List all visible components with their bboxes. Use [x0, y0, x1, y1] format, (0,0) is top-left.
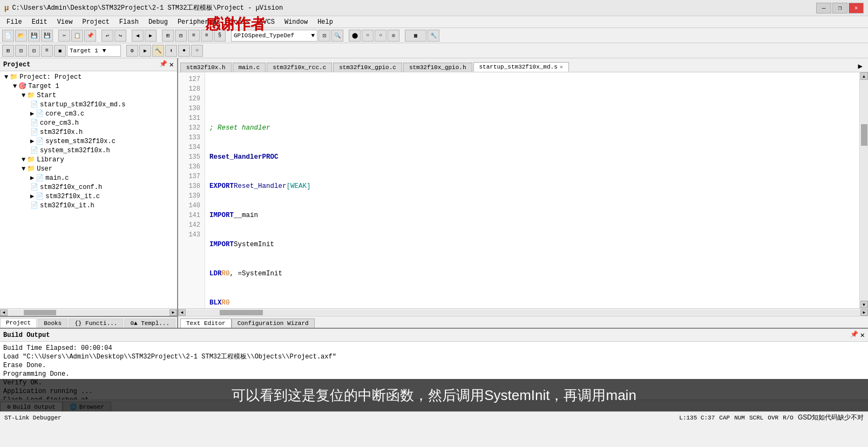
undo-button[interactable]: ↩: [101, 30, 113, 42]
minimize-button[interactable]: —: [816, 3, 831, 13]
tree-item-library[interactable]: ▼ 📁 Library: [0, 155, 177, 164]
tb-btn-13[interactable]: 🔧: [428, 30, 439, 42]
build-button[interactable]: 🔨: [152, 45, 164, 57]
tab-project[interactable]: Project: [0, 318, 37, 328]
tb2-btn-6[interactable]: ⚙: [126, 45, 138, 57]
build-pin-icon[interactable]: 📌: [850, 330, 858, 340]
nav-back-button[interactable]: ◀: [132, 30, 144, 42]
build-close-icon[interactable]: ✕: [860, 330, 865, 340]
tab-templates[interactable]: 0▲ Templ...: [124, 319, 175, 328]
menu-flash[interactable]: Flash: [115, 17, 143, 27]
maximize-button[interactable]: ❐: [832, 3, 847, 13]
save-button[interactable]: 💾: [28, 30, 40, 42]
menu-svcs[interactable]: SVCS: [255, 17, 279, 27]
code-hscrollbar[interactable]: ◀ ▶: [178, 308, 868, 316]
tree-item-startup[interactable]: 📄 startup_stm32f10x_md.s: [0, 100, 177, 109]
tb2-btn-8[interactable]: ●: [178, 45, 190, 57]
hscroll-thumb[interactable]: [24, 310, 56, 315]
tb2-btn-1[interactable]: ⊞: [2, 45, 14, 57]
tab-text-editor[interactable]: Text Editor: [180, 319, 232, 328]
vscroll-up[interactable]: ▲: [860, 72, 868, 80]
tab-close-icon[interactable]: ✕: [560, 64, 563, 70]
tree-item-stm32h[interactable]: 📄 stm32f10x.h: [0, 127, 177, 137]
menu-help[interactable]: Help: [313, 17, 337, 27]
tb2-btn-3[interactable]: ⊡: [28, 45, 40, 57]
tab-config-wizard[interactable]: Configuration Wizard: [232, 319, 315, 328]
cut-button[interactable]: ✂: [58, 30, 70, 42]
hscroll-left[interactable]: ◀: [0, 309, 8, 316]
code-hscroll-thumb[interactable]: [220, 310, 263, 315]
tab-gpio-c[interactable]: stm32f10x_gpio.c: [333, 63, 402, 72]
tb-btn-10[interactable]: ○: [375, 30, 386, 42]
tree-item-conf-h[interactable]: 📄 stm32f10x_conf.h: [0, 182, 177, 192]
vscroll-down[interactable]: ▼: [860, 301, 868, 308]
menu-tools[interactable]: Tools: [226, 17, 254, 27]
tb-btn-9[interactable]: ○: [362, 30, 374, 42]
menu-edit[interactable]: Edit: [28, 17, 52, 27]
tab-functions[interactable]: {} Functi...: [69, 319, 123, 328]
tree-item-system-h[interactable]: 📄 system_stm32f10x.h: [0, 146, 177, 155]
pin-icon[interactable]: 📌: [159, 60, 167, 69]
hscroll-right[interactable]: ▶: [169, 309, 177, 316]
save-all-button[interactable]: 💾: [41, 30, 53, 42]
tb-btn-12[interactable]: ▦: [405, 30, 426, 42]
tree-item-core-c[interactable]: ▶ 📄 core_cm3.c: [0, 109, 177, 118]
tree-label: stm32f10x_conf.h: [40, 184, 102, 191]
tree-item-target1[interactable]: ▼ 🎯 Target 1: [0, 82, 177, 91]
tb2-btn-7[interactable]: ▶: [139, 45, 151, 57]
menu-view[interactable]: View: [53, 17, 77, 27]
editor-vscrollbar[interactable]: ▲ ▼: [859, 72, 868, 308]
tb-btn-8[interactable]: ⬤: [349, 30, 361, 42]
tb-btn-7[interactable]: 🔍: [331, 30, 343, 42]
tb-btn-4[interactable]: ≡: [201, 30, 213, 42]
close-project-icon[interactable]: ✕: [169, 60, 174, 69]
menu-project[interactable]: Project: [78, 17, 113, 27]
target-dropdown[interactable]: Target 1 ▼: [67, 45, 121, 57]
new-file-button[interactable]: 📄: [2, 30, 14, 42]
tab-main-c[interactable]: main.c: [233, 63, 266, 72]
tb-btn-2[interactable]: ⊟: [175, 30, 187, 42]
tree-item-start[interactable]: ▼ 📁 Start: [0, 91, 177, 100]
copy-button[interactable]: 📋: [71, 30, 83, 42]
tabs-scroll-right[interactable]: ▶: [855, 60, 866, 72]
redo-button[interactable]: ↪: [114, 30, 126, 42]
menu-window[interactable]: Window: [280, 17, 312, 27]
tb-btn-11[interactable]: ⊙: [388, 30, 399, 42]
tb-btn-5[interactable]: §: [214, 30, 226, 42]
download-button[interactable]: ⬇: [165, 45, 177, 57]
menu-file[interactable]: File: [2, 17, 26, 27]
tree-item-core-h[interactable]: 📄 core_cm3.h: [0, 118, 177, 127]
tb2-btn-4[interactable]: ≡: [41, 45, 53, 57]
tab-stm32h[interactable]: stm32f10x.h: [180, 63, 232, 72]
project-hscrollbar[interactable]: ◀ ▶: [0, 308, 177, 316]
tab-rcc-c[interactable]: stm32f10x_rcc.c: [267, 63, 332, 72]
tb2-btn-9[interactable]: ○: [191, 45, 203, 57]
ovr-label: OVR: [768, 415, 778, 421]
paste-button[interactable]: 📌: [84, 30, 96, 42]
tree-item-user[interactable]: ▼ 📁 User: [0, 164, 177, 173]
tab-books[interactable]: Books: [38, 319, 67, 328]
tab-startup[interactable]: startup_stm32f10x_md.s ✕: [473, 62, 569, 72]
tree-item-project[interactable]: ▼ 📁 Project: Project: [0, 72, 177, 82]
vscroll-thumb[interactable]: [861, 124, 867, 146]
code-hscroll-right[interactable]: ▶: [860, 309, 868, 316]
tb-btn-1[interactable]: ⊞: [162, 30, 174, 42]
tab-gpio-h[interactable]: stm32f10x_gpio.h: [403, 63, 472, 72]
menu-peripherals[interactable]: Peripherals: [173, 17, 225, 27]
code-content[interactable]: ; Reset handler Reset_Handler PROC EXPOR…: [205, 72, 859, 308]
tree-item-main-c[interactable]: ▶ 📄 main.c: [0, 173, 177, 182]
code-hscroll-left[interactable]: ◀: [178, 309, 186, 316]
gpio-speed-dropdown[interactable]: GPIOSpeed_TypeDef ▼: [231, 30, 317, 42]
tb2-btn-5[interactable]: ◼: [54, 45, 66, 57]
tab-label: stm32f10x_gpio.c: [339, 64, 396, 71]
tree-item-it-c[interactable]: ▶ 📄 stm32f10x_it.c: [0, 192, 177, 201]
tb-btn-6[interactable]: ⊡: [318, 30, 330, 42]
close-button[interactable]: ✕: [849, 3, 864, 13]
nav-forward-button[interactable]: ▶: [145, 30, 157, 42]
open-button[interactable]: 📂: [15, 30, 27, 42]
tree-item-it-h[interactable]: 📄 stm32f10x_it.h: [0, 201, 177, 210]
tb-btn-3[interactable]: ≡: [188, 30, 200, 42]
tree-item-system-c[interactable]: ▶ 📄 system_stm32f10x.c: [0, 137, 177, 146]
menu-debug[interactable]: Debug: [144, 17, 172, 27]
tb2-btn-2[interactable]: ⊡: [15, 45, 27, 57]
